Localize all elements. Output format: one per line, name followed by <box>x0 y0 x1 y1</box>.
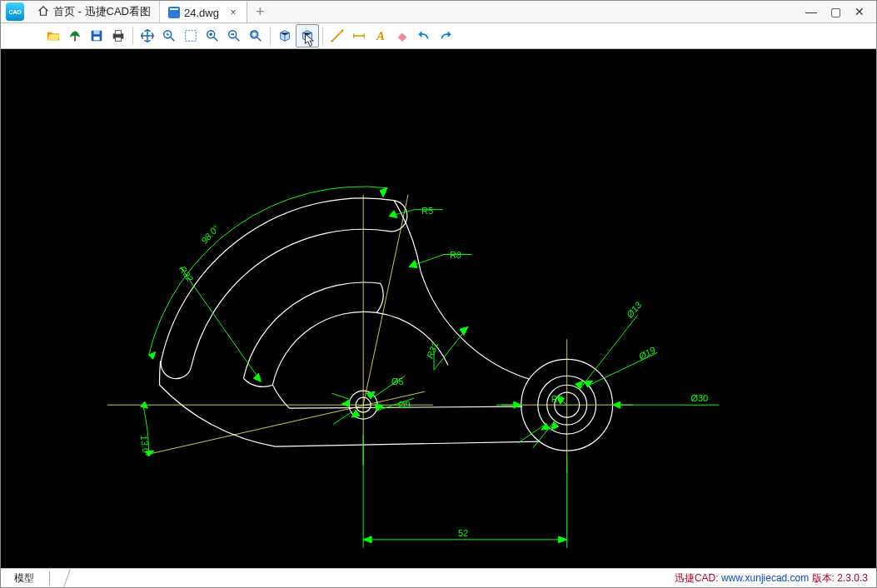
brand-info: 迅捷CAD: www.xunjiecad.com 版本: 2.3.0.3 <box>675 571 868 586</box>
cad-badge: CAD <box>6 2 24 21</box>
zoom-window-button[interactable] <box>158 25 180 47</box>
tab-new-button[interactable]: + <box>247 1 274 22</box>
dim-d13: Ø13 <box>624 300 643 320</box>
dimension-button[interactable] <box>348 25 370 47</box>
svg-rect-6 <box>115 37 121 42</box>
dim-r31: R31 <box>425 341 441 360</box>
view-2d-button[interactable] <box>274 25 296 47</box>
tab-close-button[interactable]: × <box>228 7 238 17</box>
zoom-out-button[interactable] <box>223 25 245 47</box>
svg-rect-8 <box>186 31 197 42</box>
print-button[interactable] <box>107 25 129 47</box>
dim-r5: R5 <box>421 206 433 216</box>
svg-point-14 <box>341 29 344 32</box>
tab-file[interactable]: 24.dwg × <box>160 1 247 22</box>
svg-rect-12 <box>252 32 257 37</box>
minimize-button[interactable]: — <box>805 5 817 18</box>
text-a-icon: A <box>376 29 385 43</box>
svg-line-23 <box>146 391 425 455</box>
dim-angle-98: 98.0° <box>199 222 222 246</box>
tab-edge <box>53 569 71 587</box>
svg-rect-3 <box>93 37 99 41</box>
dim-r8-top: R8 <box>450 250 461 260</box>
drawing-canvas[interactable]: 98.0° 13.0° R32 R5 R8 R31 Ø5 Ø9 R8 Ø13 Ø… <box>1 49 876 568</box>
model-tab[interactable]: 模型 <box>9 571 50 586</box>
palm-button[interactable] <box>64 25 86 47</box>
erase-button[interactable] <box>391 25 413 47</box>
close-button[interactable]: ✕ <box>855 5 865 18</box>
dim-d9: Ø9 <box>398 400 411 410</box>
undo-button[interactable] <box>413 25 435 47</box>
save-button[interactable] <box>86 25 107 47</box>
brand-url-link[interactable]: www.xunjiecad.com <box>721 572 809 584</box>
tab-bar: CAD 首页 - 迅捷CAD看图 24.dwg × + — ▢ ✕ <box>1 1 876 23</box>
pan-button[interactable] <box>137 25 158 47</box>
file-icon <box>168 7 180 18</box>
zoom-in-button[interactable] <box>202 25 223 47</box>
dim-angle-13: 13.0° <box>139 435 152 458</box>
svg-point-13 <box>331 40 333 42</box>
app-logo: CAD <box>1 1 29 22</box>
toolbar-sep <box>132 27 133 45</box>
tab-file-label: 24.dwg <box>184 7 219 19</box>
status-bar: 模型 迅捷CAD: www.xunjiecad.com 版本: 2.3.0.3 <box>1 568 876 587</box>
version-label: 版本: <box>812 572 835 584</box>
open-button[interactable] <box>42 25 64 47</box>
view-3d-button[interactable] <box>296 24 319 47</box>
svg-line-35 <box>333 411 352 424</box>
dim-d30: Ø30 <box>690 393 708 403</box>
svg-line-24 <box>363 195 408 406</box>
window-buttons: — ▢ ✕ <box>805 1 876 22</box>
zoom-extents-button[interactable] <box>245 25 267 47</box>
dim-d19: Ø19 <box>636 345 657 362</box>
svg-rect-5 <box>115 31 121 35</box>
toolbar-sep <box>270 27 271 45</box>
dim-52: 52 <box>458 528 468 538</box>
svg-line-42 <box>518 425 545 443</box>
drawing-svg: 98.0° 13.0° R32 R5 R8 R31 Ø5 Ø9 R8 Ø13 Ø… <box>1 49 876 568</box>
svg-line-39 <box>581 315 638 387</box>
mouse-cursor-icon <box>303 33 318 51</box>
app-window: CAD 首页 - 迅捷CAD看图 24.dwg × + — ▢ ✕ <box>0 0 877 588</box>
dim-r8-right: R8 <box>551 394 563 404</box>
area-select-button[interactable] <box>180 25 202 47</box>
redo-button[interactable] <box>435 25 456 47</box>
measure-button[interactable] <box>326 25 348 47</box>
version-value: 2.3.0.3 <box>837 572 868 584</box>
toolbar: A <box>1 23 876 49</box>
svg-line-37 <box>331 393 349 399</box>
tab-home-label: 首页 - 迅捷CAD看图 <box>53 4 151 19</box>
tab-home[interactable]: 首页 - 迅捷CAD看图 <box>29 1 160 22</box>
toolbar-sep <box>322 27 323 45</box>
text-button[interactable]: A <box>370 25 391 47</box>
svg-rect-2 <box>93 31 99 35</box>
svg-rect-0 <box>74 36 76 41</box>
brand-name: 迅捷CAD: <box>675 572 719 584</box>
dim-d5: Ø5 <box>391 376 404 386</box>
maximize-button[interactable]: ▢ <box>830 5 841 18</box>
home-icon <box>37 5 49 19</box>
svg-line-27 <box>181 267 262 381</box>
